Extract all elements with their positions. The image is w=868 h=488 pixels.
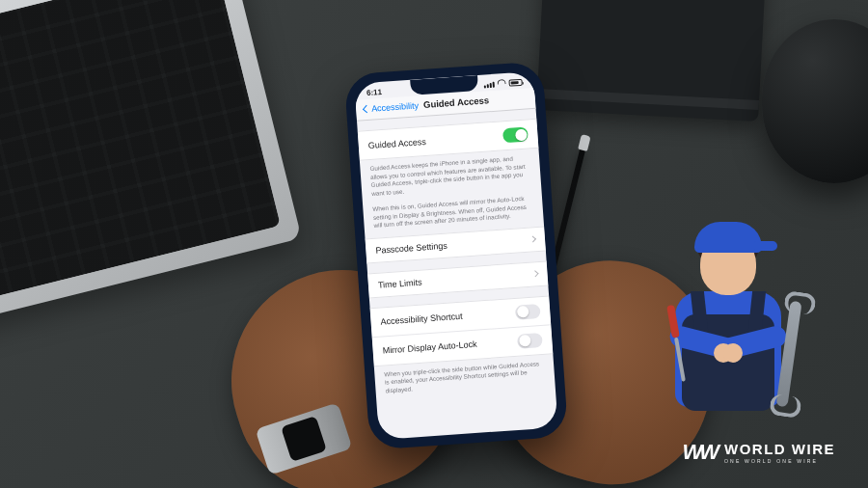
toggle-switch-off[interactable] <box>517 333 543 349</box>
row-label: Passcode Settings <box>375 240 448 255</box>
laptop-prop <box>0 0 302 332</box>
row-label: Accessibility Shortcut <box>380 312 463 327</box>
page-title: Guided Access <box>423 95 490 110</box>
toggle-switch-on[interactable] <box>502 127 529 144</box>
back-label: Accessibility <box>371 100 420 113</box>
battery-icon <box>508 79 522 87</box>
row-label: Guided Access <box>367 136 426 149</box>
desk-background: 6:11 Accessibility Guided Access <box>0 0 868 488</box>
logo-mark: WW <box>682 440 717 465</box>
iphone-device: 6:11 Accessibility Guided Access <box>344 61 569 449</box>
notebook-prop <box>536 0 766 122</box>
status-indicators <box>483 78 523 90</box>
cellular-signal-icon <box>484 81 495 88</box>
chevron-right-icon <box>531 270 538 277</box>
toggle-switch-off[interactable] <box>515 304 541 320</box>
settings-content: Guided Access Guided Access keeps the iP… <box>357 109 556 403</box>
iphone-screen: 6:11 Accessibility Guided Access <box>354 71 557 440</box>
chevron-left-icon <box>363 104 370 112</box>
chevron-right-icon <box>529 235 536 242</box>
row-label: Mirror Display Auto-Lock <box>382 339 476 356</box>
technician-illustration <box>656 208 800 420</box>
coffee-mug-prop <box>762 19 868 183</box>
world-wire-logo: WW WORLD WIRE ONE WORLD ONE WIRE <box>682 440 835 465</box>
status-time: 6:11 <box>366 88 383 97</box>
cap-icon <box>694 222 762 253</box>
row-label: Time Limits <box>378 277 422 289</box>
brand-name: WORLD WIRE <box>724 442 835 456</box>
wifi-icon <box>497 79 506 89</box>
brand-tagline: ONE WORLD ONE WIRE <box>724 458 835 464</box>
back-button[interactable]: Accessibility <box>364 100 420 114</box>
